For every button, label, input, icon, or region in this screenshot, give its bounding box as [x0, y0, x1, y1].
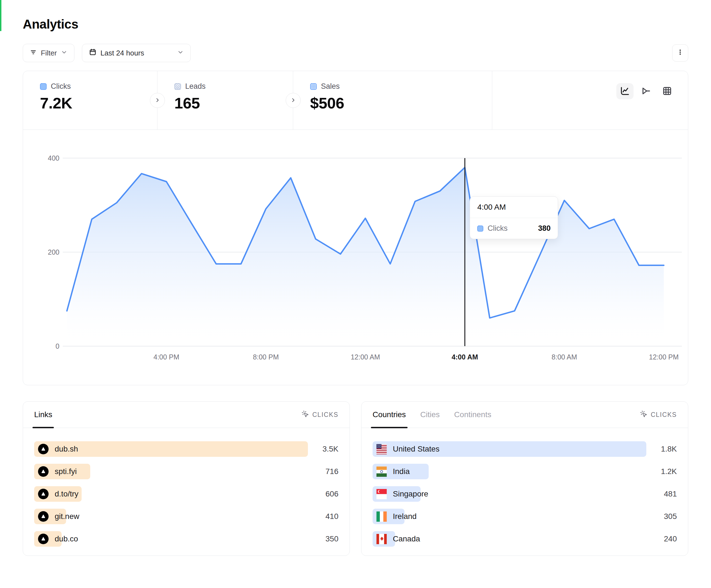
analytics-chart-card: Clicks 7.2K Leads 165 Sales $506	[23, 71, 688, 385]
india-flag-icon	[376, 467, 387, 477]
stats-row: Clicks 7.2K Leads 165 Sales $506	[23, 71, 688, 130]
analytics-page: Analytics Filter Last 24 hours	[0, 0, 711, 556]
link-label: d.to/try	[55, 490, 79, 498]
country-row[interactable]: Canada240	[372, 531, 677, 547]
chart-view-toggles	[616, 83, 676, 99]
country-row[interactable]: Ireland305	[372, 509, 677, 524]
countries-metric-selector[interactable]: CLICKS	[640, 410, 677, 420]
svg-text:4:00 PM: 4:00 PM	[153, 353, 179, 361]
toolbar: Filter Last 24 hours	[23, 44, 688, 62]
link-value: 410	[308, 512, 339, 521]
filter-button[interactable]: Filter	[23, 44, 74, 62]
clicks-area-chart[interactable]: 40020004:00 PM8:00 PM12:00 AM4:00 AM8:00…	[23, 130, 688, 385]
link-value: 606	[308, 490, 339, 498]
country-row[interactable]: Singapore481	[372, 486, 677, 502]
dub-logo-icon	[38, 466, 48, 477]
canada-flag-icon	[376, 534, 387, 544]
country-label: India	[393, 467, 410, 476]
page-title: Analytics	[23, 17, 688, 31]
svg-text:8:00 PM: 8:00 PM	[253, 353, 279, 361]
line-chart-icon	[620, 86, 630, 97]
link-value: 3.5K	[308, 445, 339, 453]
breakdown-panels: Links CLICKS dub.sh3.5Kspti.fyi716d.to/t…	[23, 401, 688, 556]
date-range-button[interactable]: Last 24 hours	[82, 44, 191, 62]
link-bar-track: dub.sh	[34, 441, 308, 457]
filter-button-label: Filter	[41, 49, 57, 58]
link-label: dub.sh	[55, 445, 78, 453]
svg-text:4:00 AM: 4:00 AM	[452, 353, 478, 361]
funnel-chart-icon	[641, 86, 651, 97]
tab-countries[interactable]: Countries	[372, 402, 406, 428]
cursor-click-icon	[640, 410, 647, 420]
link-bar-track: d.to/try	[34, 486, 308, 502]
link-row[interactable]: d.to/try606	[34, 486, 339, 502]
chevron-right-icon	[154, 97, 160, 104]
link-value: 350	[308, 535, 339, 543]
links-list: dub.sh3.5Kspti.fyi716d.to/try606git.new4…	[23, 428, 349, 547]
svg-text:400: 400	[48, 154, 59, 162]
link-bar-track: git.new	[34, 509, 308, 524]
country-bar-track: Canada	[372, 531, 646, 547]
singapore-flag-icon	[376, 489, 387, 499]
country-value: 481	[646, 490, 677, 498]
ireland-flag-icon	[376, 512, 387, 522]
tooltip-time: 4:00 AM	[470, 197, 558, 218]
country-bar-track: India	[372, 464, 646, 479]
country-row[interactable]: India1.2K	[372, 464, 677, 479]
country-label: Canada	[393, 535, 420, 543]
date-range-label: Last 24 hours	[101, 49, 173, 58]
clicks-stat-value: 7.2K	[40, 94, 157, 112]
expand-leads-sales-button[interactable]	[286, 93, 301, 108]
country-bar-track: Ireland	[372, 509, 646, 524]
link-row[interactable]: dub.sh3.5K	[34, 441, 339, 457]
tab-cities[interactable]: Cities	[420, 402, 440, 428]
links-metric-selector[interactable]: CLICKS	[302, 410, 339, 420]
countries-tabs: CountriesCitiesContinents	[372, 402, 491, 428]
more-options-button[interactable]	[672, 44, 688, 62]
expand-clicks-leads-button[interactable]	[150, 93, 165, 108]
country-value: 305	[646, 512, 677, 521]
us-flag-icon	[376, 444, 387, 454]
link-label: git.new	[55, 512, 80, 521]
stat-tab-leads[interactable]: Leads 165	[157, 71, 293, 130]
chevron-down-icon	[177, 49, 184, 58]
link-label: dub.co	[55, 535, 78, 543]
country-row[interactable]: United States1.8K	[372, 441, 677, 457]
links-metric-label: CLICKS	[312, 411, 339, 419]
tooltip-series-value: 380	[538, 224, 551, 233]
links-panel: Links CLICKS dub.sh3.5Kspti.fyi716d.to/t…	[23, 401, 350, 556]
country-value: 1.2K	[646, 467, 677, 476]
line-chart-view-button[interactable]	[616, 83, 633, 99]
link-value: 716	[308, 467, 339, 476]
link-bar-track: dub.co	[34, 531, 308, 547]
screen-edge-artifact	[0, 0, 1, 31]
link-row[interactable]: dub.co350	[34, 531, 339, 547]
dub-logo-icon	[38, 534, 48, 544]
leads-legend-swatch	[174, 83, 181, 90]
table-grid-icon	[662, 86, 672, 97]
table-view-button[interactable]	[659, 83, 676, 99]
leads-stat-value: 165	[174, 94, 293, 112]
chart-area: 40020004:00 PM8:00 PM12:00 AM4:00 AM8:00…	[23, 130, 688, 385]
leads-stat-label: Leads	[185, 82, 206, 91]
svg-text:200: 200	[48, 248, 59, 256]
sales-stat-label: Sales	[321, 82, 340, 91]
link-label: spti.fyi	[55, 467, 77, 476]
country-bar-track: United States	[372, 441, 646, 457]
tab-continents[interactable]: Continents	[454, 402, 491, 428]
funnel-view-button[interactable]	[638, 83, 655, 99]
countries-metric-label: CLICKS	[651, 411, 677, 419]
link-row[interactable]: git.new410	[34, 509, 339, 524]
country-label: Singapore	[393, 490, 428, 498]
tab-links[interactable]: Links	[34, 402, 52, 428]
svg-text:0: 0	[56, 342, 59, 350]
link-row[interactable]: spti.fyi716	[34, 464, 339, 479]
stat-tab-sales[interactable]: Sales $506	[293, 71, 492, 130]
stat-tab-clicks[interactable]: Clicks 7.2K	[23, 71, 157, 130]
chart-tooltip: 4:00 AM Clicks 380	[470, 196, 558, 239]
tab-links-label: Links	[34, 410, 52, 419]
country-value: 1.8K	[646, 445, 677, 453]
countries-panel: CountriesCitiesContinents CLICKS United …	[361, 401, 688, 556]
dub-logo-icon	[38, 489, 48, 499]
countries-list: United States1.8KIndia1.2KSingapore481Ir…	[362, 428, 688, 547]
